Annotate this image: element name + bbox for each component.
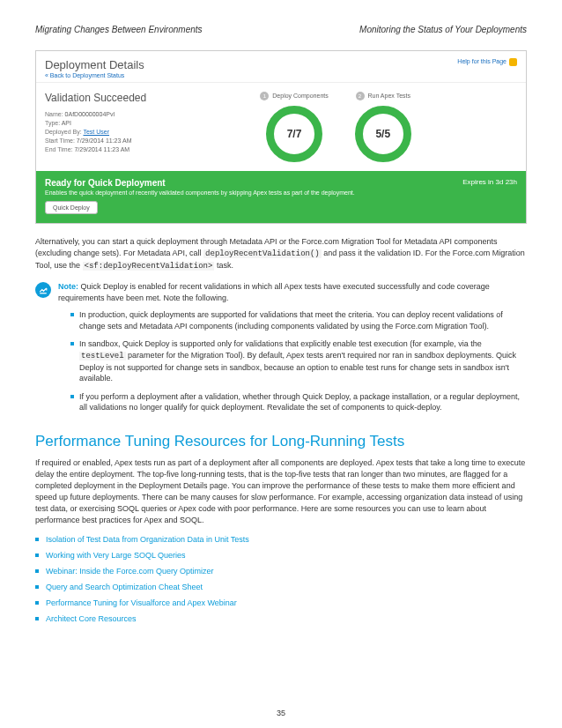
section-title: Performance Tuning Resources for Long-Ru… xyxy=(35,433,527,450)
progress-steps: 1 Deploy Components 7/7 2 Run Apex Tests… xyxy=(260,92,517,162)
meta-type: Type: API xyxy=(45,120,242,126)
step-1-label: Deploy Components xyxy=(272,93,328,99)
note-bullet-3: If you perform a deployment after a vali… xyxy=(70,391,527,413)
page-number: 35 xyxy=(0,709,562,717)
band-title: Ready for Quick Deployment xyxy=(45,178,517,188)
resource-link[interactable]: Performance Tuning for Visualforce and A… xyxy=(35,598,527,607)
note-block: Note: Quick Deploy is enabled for recent… xyxy=(35,281,527,420)
validation-summary: Validation Succeeded Name: 0AfD00000004P… xyxy=(45,92,242,162)
donut-tests: 5/5 xyxy=(355,106,411,162)
meta-deployed-by: Deployed By: Test User xyxy=(45,129,242,135)
resources-list: Isolation of Test Data from Organization… xyxy=(35,535,527,623)
band-expires: Expires in 3d 23h xyxy=(462,178,517,186)
meta-end: End Time: 7/29/2014 11:23 AM xyxy=(45,146,242,152)
note-content: Note: Quick Deploy is enabled for recent… xyxy=(58,281,527,420)
band-subtitle: Enables the quick deployment of recently… xyxy=(45,189,517,196)
deployment-details-panel: Deployment Details « Back to Deployment … xyxy=(35,50,527,224)
meta-start: Start Time: 7/29/2014 11:23 AM xyxy=(45,137,242,144)
validation-title: Validation Succeeded xyxy=(45,92,242,104)
code-testlevel: testLevel xyxy=(79,352,126,360)
meta-name: Name: 0AfD00000004Pvl xyxy=(45,111,242,117)
resource-link[interactable]: Isolation of Test Data from Organization… xyxy=(35,535,527,544)
back-link[interactable]: « Back to Deployment Status xyxy=(45,72,517,78)
panel-body: Validation Succeeded Name: 0AfD00000004P… xyxy=(36,83,526,171)
resource-link[interactable]: Working with Very Large SOQL Queries xyxy=(35,551,527,560)
panel-title: Deployment Details xyxy=(45,58,517,71)
note-bullet-1: In production, quick deployments are sup… xyxy=(70,309,527,331)
resource-link[interactable]: Query and Search Optimization Cheat Shee… xyxy=(35,583,527,591)
note-list: In production, quick deployments are sup… xyxy=(58,309,527,413)
step-deploy-components: 1 Deploy Components 7/7 xyxy=(260,92,328,162)
section-paragraph: If required or enabled, Apex tests run a… xyxy=(35,457,527,526)
resource-link[interactable]: Architect Core Resources xyxy=(35,614,527,623)
note-label: Note: xyxy=(58,282,78,291)
panel-header: Deployment Details « Back to Deployment … xyxy=(36,51,526,83)
step-2-label: Run Apex Tests xyxy=(367,93,410,99)
quick-deploy-band: Ready for Quick Deployment Enables the q… xyxy=(36,171,526,223)
donut-deploy: 7/7 xyxy=(266,106,322,162)
code-sf-task: <sf:deployRecentValidation> xyxy=(83,262,215,271)
header-right: Monitoring the Status of Your Deployment… xyxy=(359,25,527,34)
note-bullet-2: In sandbox, Quick Deploy is supported on… xyxy=(70,338,527,383)
step-2-number: 2 xyxy=(356,92,365,100)
code-deploy-recent: deployRecentValidation() xyxy=(203,249,322,258)
help-link[interactable]: Help for this Page xyxy=(457,58,517,66)
step-1-number: 1 xyxy=(260,92,269,100)
note-icon xyxy=(35,282,51,298)
paragraph-alternatively: Alternatively, you can start a quick dep… xyxy=(35,236,527,272)
quick-deploy-button[interactable]: Quick Deploy xyxy=(45,201,98,214)
step-run-apex: 2 Run Apex Tests 5/5 xyxy=(355,92,411,162)
resource-link[interactable]: Webinar: Inside the Force.com Query Opti… xyxy=(35,567,527,576)
deployed-by-link[interactable]: Test User xyxy=(83,129,109,135)
page-header: Migrating Changes Between Environments M… xyxy=(35,25,527,34)
header-left: Migrating Changes Between Environments xyxy=(35,25,203,34)
